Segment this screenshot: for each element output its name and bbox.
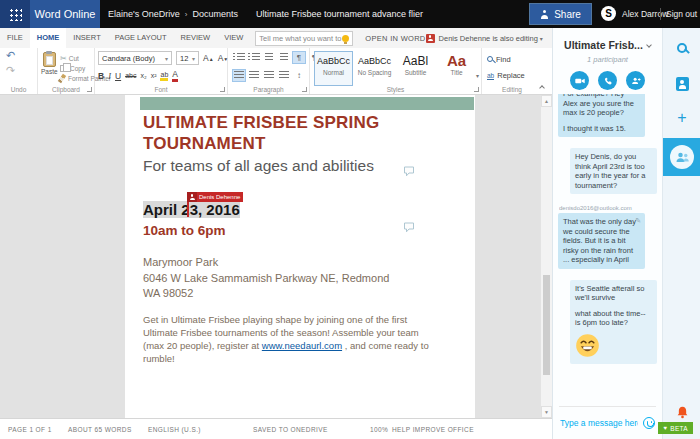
align-center-button[interactable] — [247, 69, 261, 82]
paste-button[interactable]: Paste — [41, 52, 58, 75]
chat-participant-count: 1 participant — [553, 55, 662, 64]
tab-review[interactable]: REVIEW — [174, 28, 218, 48]
status-language[interactable]: ENGLISH (U.S.) — [148, 419, 201, 439]
superscript-button[interactable]: x² — [151, 72, 157, 79]
tab-home[interactable]: HOME — [30, 28, 67, 48]
style-no-spacing[interactable]: AaBbCc No Spacing — [355, 51, 394, 86]
undo-icon[interactable] — [6, 49, 15, 62]
comment-indicator-icon[interactable] — [403, 222, 415, 233]
font-family-select[interactable]: Candara (Body) — [98, 51, 172, 65]
decrease-indent-button[interactable] — [262, 51, 276, 64]
document-page[interactable]: ULTIMATE FRISBEE SPRING TOURNAMENT For t… — [125, 95, 475, 418]
document-canvas[interactable]: ULTIMATE FRISBEE SPRING TOURNAMENT For t… — [0, 95, 552, 418]
font-size-select[interactable]: 12 — [176, 51, 199, 65]
find-button[interactable]: Find — [482, 53, 542, 65]
status-help-improve-office[interactable]: HELP IMPROVE OFFICE — [392, 419, 474, 439]
tab-insert[interactable]: INSERT — [66, 28, 107, 48]
chevron-down-icon[interactable] — [646, 42, 652, 48]
group-label-undo: Undo — [0, 86, 37, 93]
status-page-count[interactable]: PAGE 1 OF 1 — [8, 419, 52, 439]
flyer-date[interactable]: April 23, 2016 — [143, 201, 240, 218]
app-launcher-button[interactable] — [0, 0, 30, 28]
audio-call-button[interactable] — [598, 71, 617, 90]
subscript-button[interactable]: x₂ — [140, 72, 146, 79]
scroll-up-arrow[interactable] — [541, 95, 552, 107]
flyer-address[interactable]: Marymoor Park 6046 W Lake Sammamish Park… — [143, 255, 389, 302]
share-button[interactable]: Share — [529, 3, 592, 25]
chat-message-incoming[interactable]: That was the only day we could secure th… — [558, 213, 645, 269]
bold-button[interactable]: B — [98, 72, 104, 81]
scrollbar-thumb[interactable] — [543, 275, 550, 375]
sidebar-conversations-button-active[interactable] — [663, 138, 700, 176]
style-normal[interactable]: AaBbCc Normal — [314, 51, 353, 86]
group-label-font: Font — [95, 86, 227, 93]
style-subtitle[interactable]: AaBl Subtitle — [396, 51, 435, 86]
align-left-button[interactable] — [232, 69, 246, 82]
status-word-count[interactable]: ABOUT 65 WORDS — [68, 419, 132, 439]
clipboard-dialog-launcher[interactable] — [87, 87, 92, 92]
breadcrumb-separator: › — [185, 10, 188, 19]
flyer-address-line1: 6046 W Lake Sammamish Parkway NE, Redmon… — [143, 271, 389, 287]
breadcrumb-location[interactable]: Elaine's OneDrive — [108, 9, 180, 19]
add-participant-button[interactable] — [626, 71, 645, 90]
skype-status-icon[interactable]: S — [601, 6, 616, 21]
align-right-button[interactable] — [262, 69, 276, 82]
tab-file[interactable]: FILE — [0, 28, 30, 48]
strikethrough-button[interactable]: abc — [125, 72, 136, 79]
breadcrumb-folder[interactable]: Documents — [192, 9, 238, 19]
replace-button[interactable]: Replace — [482, 69, 542, 81]
flyer-time[interactable]: 10am to 6pm — [143, 223, 226, 238]
flyer-subtitle[interactable]: For teams of all ages and abilities — [143, 157, 374, 175]
styles-dialog-launcher[interactable] — [474, 87, 479, 92]
chat-message-input[interactable] — [560, 418, 638, 428]
line-spacing-button[interactable] — [292, 69, 306, 82]
paragraph-dialog-launcher[interactable] — [302, 87, 307, 92]
styles-gallery-more-button[interactable] — [476, 72, 479, 79]
bullets-button[interactable] — [232, 51, 246, 64]
redo-icon[interactable] — [6, 64, 15, 77]
tab-page-layout[interactable]: PAGE LAYOUT — [108, 28, 174, 48]
signed-in-user[interactable]: Alex Darrow — [622, 0, 668, 28]
sidebar-new-conversation-button[interactable]: + — [663, 108, 700, 128]
numbering-button[interactable] — [247, 51, 261, 64]
comment-indicator-icon[interactable] — [403, 166, 415, 177]
chat-conversation-title[interactable]: Ultimate Frisb... — [564, 39, 643, 51]
grow-font-button[interactable]: A▲ — [203, 54, 214, 63]
flyer-address-line2: WA 98052 — [143, 286, 389, 302]
sidebar-search-button[interactable] — [663, 38, 700, 58]
notifications-bell-icon[interactable] — [663, 405, 700, 419]
document-title[interactable]: Ultimate Frisbee tournament advance flie… — [256, 0, 423, 28]
video-call-button[interactable] — [570, 71, 589, 90]
highlight-color-button[interactable]: ab — [160, 71, 168, 81]
font-dialog-launcher[interactable] — [220, 87, 225, 92]
flyer-title[interactable]: ULTIMATE FRISBEE SPRING TOURNAMENT — [143, 112, 395, 154]
document-scrollbar[interactable] — [540, 95, 552, 418]
chat-message-incoming[interactable]: For example? Hey Alex are you sure the m… — [558, 94, 645, 137]
increase-indent-button[interactable] — [277, 51, 291, 64]
style-title[interactable]: Aa Title — [437, 51, 476, 86]
sign-out-link[interactable]: Sign out — [666, 0, 697, 28]
open-in-word-button[interactable]: OPEN IN WORD — [365, 34, 425, 43]
edit-message-icon[interactable] — [635, 216, 641, 226]
ltr-direction-button[interactable] — [292, 51, 306, 64]
justify-button[interactable] — [277, 69, 291, 82]
underline-button[interactable]: U — [115, 72, 121, 81]
ribbon-group-undo: Undo — [0, 48, 38, 94]
font-color-button[interactable]: A — [172, 70, 178, 82]
italic-button[interactable]: I — [108, 72, 111, 81]
flyer-body-paragraph[interactable]: Get in Ultimate Frisbee playing shape by… — [143, 313, 439, 365]
scroll-down-arrow[interactable] — [541, 406, 552, 418]
registration-link[interactable]: www.needaurl.com — [262, 340, 342, 351]
coauthor-status[interactable]: Denis Dehenne is also editing — [439, 34, 543, 43]
chat-message-outgoing[interactable]: Hey Denis, do you think April 23rd is to… — [570, 148, 657, 194]
chat-message-list[interactable]: For example? Hey Alex are you sure the m… — [553, 94, 662, 406]
emoticon-picker-icon[interactable] — [643, 417, 655, 429]
tab-view[interactable]: VIEW — [217, 28, 250, 48]
chat-message-outgoing[interactable]: It's Seattle afterall so we'll survive w… — [570, 280, 657, 365]
tell-me-input[interactable] — [259, 34, 342, 43]
sidebar-contacts-button[interactable] — [663, 74, 700, 94]
chat-input-area — [553, 407, 662, 439]
shrink-font-button[interactable]: A▼ — [218, 54, 229, 63]
status-zoom-level[interactable]: 100% — [370, 419, 388, 439]
tell-me-box[interactable] — [255, 31, 353, 46]
